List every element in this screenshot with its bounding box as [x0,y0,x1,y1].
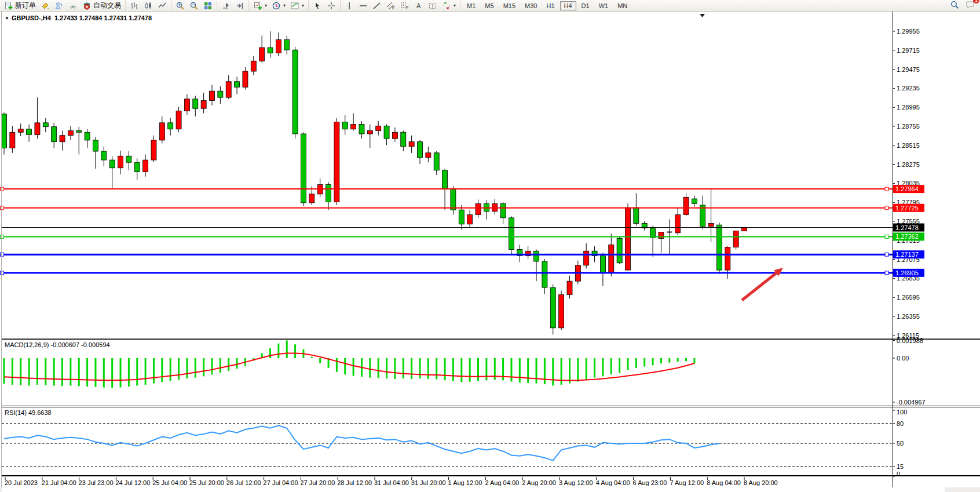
chart-window[interactable]: 1.299551.297151.294751.292351.289951.287… [0,11,980,492]
toolbar-group: 新订单自动交易 [0,0,125,11]
template-icon [290,1,299,10]
crosshair-button[interactable] [324,1,338,10]
timeframe-h4[interactable]: H4 [560,1,576,10]
time-tick-label: 1 Aug 12:00 [448,479,482,486]
autotrade-icon [82,1,92,10]
timeframe-m1[interactable]: M1 [463,1,480,10]
channel-icon: E [386,1,396,10]
trendline-button[interactable] [370,1,384,10]
line-handle[interactable] [1,271,4,275]
toolbar-group [171,0,217,11]
line-handle[interactable] [1,235,4,238]
svg-text:1.27964: 1.27964 [895,185,919,192]
price-tag-1.26905: 1.26905 [893,269,924,277]
notification-badge: 1 [973,0,979,3]
timeframe-m30[interactable]: M30 [521,1,541,10]
line-handle[interactable] [885,253,888,256]
text-label-button[interactable]: T [426,1,440,10]
horizontal-line-button[interactable] [356,1,370,10]
timeframe-w1[interactable]: W1 [595,1,613,10]
line-handle[interactable] [885,235,888,238]
arrows-button[interactable]: ▾ [440,1,458,10]
chevron-down-icon[interactable]: ▾ [454,3,456,8]
chevron-down-icon[interactable]: ▾ [283,3,286,8]
time-tick-label: 8 Aug 20:00 [744,479,778,486]
candlestick-chart-button[interactable] [141,1,155,10]
line-chart-icon [158,1,167,10]
line-handle[interactable] [885,206,888,210]
price-tag-1.27362: 1.27362 [893,232,924,240]
cursor-button[interactable] [310,1,324,10]
hline-icon [359,1,368,10]
periods-button[interactable]: ▾ [269,1,288,10]
price-tick-label: 1.28755 [897,123,920,130]
line-chart-button[interactable] [155,1,169,10]
timeframe-m15[interactable]: M15 [499,1,520,10]
time-tick-label: 27 Jul 04:00 [264,479,298,486]
rsi-tick-label: 0 [897,471,900,478]
new-order-icon [4,1,13,10]
templates-button[interactable]: ▾ [288,1,306,10]
chart-shift-button[interactable] [233,1,247,10]
time-tick-label: 25 Jul 20:00 [189,479,224,486]
chat-button[interactable]: 1 [966,0,975,12]
tile-windows-button[interactable] [201,1,215,10]
signal-button[interactable] [66,1,80,10]
time-tick-label: 26 Jul 12:00 [226,479,261,486]
timeframe-d1[interactable]: D1 [577,1,594,10]
svg-text:T: T [432,3,434,9]
timeframe-h1[interactable]: H1 [542,1,558,10]
timeframe-m5[interactable]: M5 [481,1,498,10]
price-tick-label: 1.26595 [897,294,920,301]
price-tick-label: 1.28275 [897,161,920,168]
time-tick-label: 2 Aug 04:00 [485,479,519,486]
search-button[interactable] [950,0,960,12]
vertical-line-button[interactable] [342,1,356,10]
line-handle[interactable] [1,253,4,256]
zoom-in-icon [175,1,185,10]
new-order-button[interactable]: 新订单 [2,1,38,10]
candle-chart-icon [144,1,153,10]
chart-canvas[interactable]: 1.299551.297151.294751.292351.289951.287… [0,11,980,492]
fibonacci-button[interactable]: F [398,1,412,10]
chevron-down-icon[interactable]: ▾ [302,3,304,8]
equidistant-channel-button[interactable]: E [384,1,398,10]
time-tick-label: 21 Jul 04:00 [42,479,76,486]
text-a-icon: A [414,1,423,10]
line-handle[interactable] [1,206,4,210]
timeframe-mn[interactable]: MN [613,1,631,10]
zoom-in-button[interactable] [173,1,187,10]
zoom-out-button[interactable] [187,1,201,10]
bar-chart-button[interactable] [127,1,141,10]
time-tick-label: 24 Jul 12:00 [115,479,150,486]
new-chart-button[interactable]: ▾ [251,1,269,10]
tline-icon [372,1,382,10]
auto-trading-button[interactable]: 自动交易 [80,1,123,10]
toolbar-group: ▾▾▾ [248,0,308,11]
profiles-icon [54,1,64,10]
time-tick-label: 31 Jul 04:00 [374,479,409,486]
toolbar-group: EFAT▾ [340,0,460,11]
text-button[interactable]: A [412,1,426,10]
toolbar-group [308,0,340,11]
chartshift-icon [235,1,244,10]
line-handle[interactable] [885,187,888,191]
svg-text:1.26905: 1.26905 [895,269,919,276]
price-tag-1.27478: 1.27478 [893,224,924,232]
svg-text:E: E [392,6,395,10]
toolbar-group [217,0,248,11]
line-handle[interactable] [1,187,4,191]
line-handle[interactable] [885,271,888,275]
profiles-button[interactable] [52,1,66,10]
fibo-icon: F [400,1,409,10]
crosshair-icon [327,1,336,10]
vline-icon [345,1,354,10]
toolbar: 新订单自动交易▾▾▾EFAT▾M1M5M15M30H1H4D1W1MN1 [0,0,980,12]
styler-button[interactable] [38,1,52,10]
chat-icon [966,3,975,12]
bar-chart-icon [130,1,139,10]
auto-scroll-button[interactable] [219,1,233,10]
toolbar-right: 1 [950,0,980,12]
zoom-out-icon [189,1,199,10]
chevron-down-icon[interactable]: ▾ [265,3,267,8]
